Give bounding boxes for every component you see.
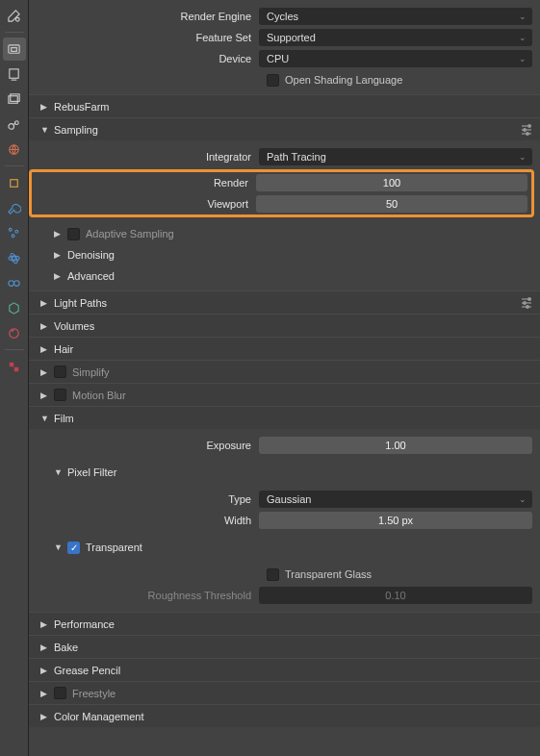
film-panel-header[interactable]: ▼ Film: [29, 406, 540, 429]
disclosure-right-icon: ▶: [40, 619, 50, 629]
svg-point-11: [15, 230, 18, 233]
feature-set-label: Feature Set: [29, 32, 259, 43]
freestyle-checkbox[interactable]: [54, 687, 66, 699]
svg-point-15: [10, 252, 19, 264]
disclosure-right-icon: ▶: [40, 689, 50, 698]
filter-type-select[interactable]: Gaussian⌄: [259, 491, 532, 508]
svg-point-16: [9, 280, 14, 286]
exposure-field[interactable]: 1.00: [259, 437, 532, 454]
material-properties-icon[interactable]: [3, 321, 26, 344]
adaptive-sampling-panel-header[interactable]: ▶ Adaptive Sampling: [29, 223, 540, 244]
integrator-select[interactable]: Path Tracing⌄: [259, 148, 532, 165]
svg-point-32: [528, 297, 531, 300]
pixelfilter-panel-header[interactable]: ▼ Pixel Filter: [29, 462, 540, 483]
svg-rect-21: [14, 362, 19, 366]
modifier-properties-icon[interactable]: [3, 196, 26, 219]
constraint-properties-icon[interactable]: [3, 271, 26, 294]
disclosure-right-icon: ▶: [40, 643, 50, 652]
disclosure-down-icon: ▼: [40, 414, 50, 423]
svg-point-28: [527, 132, 529, 135]
disclosure-down-icon: ▼: [54, 467, 64, 477]
roughness-threshold-field[interactable]: 0.10: [259, 587, 532, 604]
rebusfarm-panel-header[interactable]: ▶ RebusFarm: [29, 94, 540, 117]
osl-checkbox[interactable]: [267, 74, 279, 87]
disclosure-right-icon: ▶: [54, 229, 64, 239]
colormgmt-panel-header[interactable]: ▶ Color Management: [29, 704, 540, 727]
sampling-panel-header[interactable]: ▼ Sampling: [29, 117, 540, 140]
disclosure-right-icon: ▶: [54, 271, 64, 281]
texture-properties-icon[interactable]: [3, 355, 26, 378]
greasepencil-panel-header[interactable]: ▶ Grease Pencil: [29, 658, 540, 681]
volumes-panel-header[interactable]: ▶ Volumes: [29, 314, 540, 337]
hair-panel-header[interactable]: ▶ Hair: [29, 337, 540, 360]
svg-point-12: [12, 234, 14, 237]
disclosure-right-icon: ▶: [40, 666, 50, 675]
simplify-checkbox[interactable]: [54, 365, 66, 378]
bake-panel-header[interactable]: ▶ Bake: [29, 635, 540, 658]
disclosure-right-icon: ▶: [40, 102, 50, 112]
svg-rect-22: [10, 366, 14, 371]
render-properties-icon[interactable]: [3, 38, 26, 61]
transparent-checkbox[interactable]: [67, 542, 80, 554]
render-samples-field[interactable]: 100: [256, 174, 527, 191]
disclosure-down-icon: ▼: [40, 125, 50, 135]
mesh-properties-icon[interactable]: [3, 296, 26, 319]
viewlayer-properties-icon[interactable]: [3, 88, 26, 111]
feature-set-select[interactable]: Supported⌄: [259, 29, 532, 46]
svg-rect-1: [9, 44, 19, 52]
particle-properties-icon[interactable]: [3, 221, 26, 244]
preset-menu-icon[interactable]: [519, 122, 534, 138]
svg-point-0: [15, 17, 19, 21]
freestyle-panel-header[interactable]: ▶ Freestyle: [29, 681, 540, 704]
disclosure-right-icon: ▶: [40, 367, 50, 377]
svg-point-17: [14, 280, 20, 286]
highlighted-region: Render 100 Viewport 50: [29, 169, 534, 217]
render-samples-label: Render: [32, 177, 256, 189]
roughness-threshold-label: Roughness Threshold: [29, 590, 259, 601]
svg-rect-20: [14, 366, 19, 371]
osl-label: Open Shading Language: [285, 74, 402, 86]
disclosure-down-icon: ▼: [54, 542, 64, 552]
scene-properties-icon[interactable]: [3, 113, 26, 136]
motionblur-checkbox[interactable]: [54, 389, 66, 401]
svg-point-10: [9, 228, 12, 231]
properties-context-tabs: [0, 0, 29, 756]
advanced-panel-header[interactable]: ▶ Advanced: [29, 265, 540, 287]
motionblur-panel-header[interactable]: ▶ Motion Blur: [29, 383, 540, 406]
simplify-panel-header[interactable]: ▶ Simplify: [29, 360, 540, 383]
svg-rect-2: [12, 47, 17, 51]
exposure-label: Exposure: [29, 440, 259, 451]
physics-properties-icon[interactable]: [3, 246, 26, 269]
output-properties-icon[interactable]: [3, 63, 26, 86]
disclosure-right-icon: ▶: [40, 298, 50, 308]
disclosure-right-icon: ▶: [40, 344, 50, 354]
disclosure-right-icon: ▶: [40, 321, 50, 331]
svg-point-6: [9, 123, 14, 129]
viewport-samples-field[interactable]: 50: [256, 195, 527, 213]
object-properties-icon[interactable]: [3, 171, 26, 194]
svg-point-33: [524, 301, 527, 304]
performance-panel-header[interactable]: ▶ Performance: [29, 612, 540, 635]
disclosure-right-icon: ▶: [54, 250, 64, 260]
svg-rect-19: [10, 362, 14, 366]
filter-type-label: Type: [29, 493, 259, 505]
device-select[interactable]: CPU⌄: [259, 50, 532, 67]
svg-point-26: [528, 124, 531, 127]
disclosure-right-icon: ▶: [40, 391, 50, 400]
adaptive-sampling-checkbox[interactable]: [67, 228, 80, 240]
render-properties-panel: Render Engine Cycles⌄ Feature Set Suppor…: [29, 0, 540, 756]
filter-width-field[interactable]: 1.50 px: [259, 512, 532, 529]
svg-rect-3: [10, 68, 18, 77]
transparent-glass-checkbox[interactable]: [267, 568, 279, 581]
svg-rect-9: [11, 179, 18, 187]
lightpaths-panel-header[interactable]: ▶ Light Paths: [29, 290, 540, 314]
tool-settings-icon[interactable]: [3, 4, 26, 27]
transparent-glass-label: Transparent Glass: [285, 568, 372, 580]
preset-menu-icon[interactable]: [519, 295, 534, 311]
integrator-label: Integrator: [29, 151, 259, 163]
world-properties-icon[interactable]: [3, 138, 26, 161]
svg-point-34: [527, 305, 529, 308]
render-engine-select[interactable]: Cycles⌄: [259, 8, 532, 25]
denoising-panel-header[interactable]: ▶ Denoising: [29, 244, 540, 265]
transparent-panel-header[interactable]: ▼ Transparent: [29, 537, 540, 558]
